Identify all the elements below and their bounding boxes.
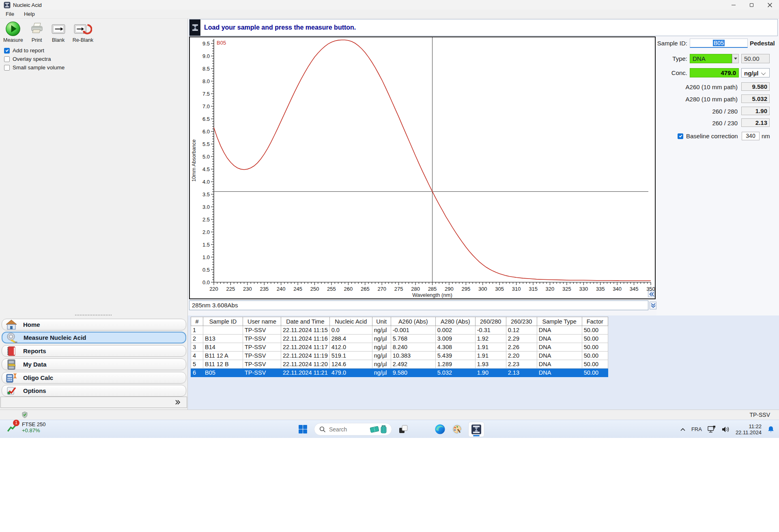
sidebar-item-home[interactable]: Home bbox=[2, 319, 186, 330]
pedestal-icon bbox=[189, 19, 200, 36]
column-header-8[interactable]: 260/280 bbox=[475, 317, 506, 326]
type-select-arrow[interactable] bbox=[732, 54, 739, 63]
column-header-9[interactable]: 260/230 bbox=[506, 317, 537, 326]
options-icon bbox=[5, 385, 17, 397]
sample-id-input[interactable]: B05 bbox=[690, 39, 748, 48]
paint-palette-icon bbox=[452, 424, 463, 435]
search-box[interactable] bbox=[314, 423, 392, 435]
maximize-button[interactable] bbox=[742, 0, 761, 10]
minimize-button[interactable] bbox=[724, 0, 742, 10]
svg-text:315: 315 bbox=[529, 286, 538, 292]
desktop: Nucleic Acid File Help Measure bbox=[0, 0, 779, 438]
shield-check-icon bbox=[21, 411, 28, 418]
tray-chevron-up-icon[interactable] bbox=[680, 427, 686, 432]
start-button[interactable] bbox=[297, 424, 308, 435]
blank-button[interactable]: Blank bbox=[49, 20, 68, 44]
taskbar-tray: FRA 11:22 22.11.2024 bbox=[680, 421, 775, 438]
print-button[interactable]: Print bbox=[28, 20, 46, 44]
column-header-5[interactable]: Unit bbox=[372, 317, 391, 326]
column-header-11[interactable]: Factor bbox=[582, 317, 608, 326]
overlay-spectra-option[interactable]: Overlay spectra bbox=[4, 56, 51, 62]
add-to-report-option[interactable]: Add to report bbox=[4, 47, 44, 54]
clock-date: 22.11.2024 bbox=[736, 429, 762, 435]
close-button[interactable] bbox=[761, 0, 779, 10]
double-chevron-right-icon bbox=[174, 399, 181, 405]
edge-browser-button[interactable] bbox=[434, 424, 445, 435]
spectrum-chart[interactable]: 2202252302352402452502552602652702752802… bbox=[190, 37, 655, 298]
svg-text:335: 335 bbox=[596, 286, 605, 292]
svg-text:300: 300 bbox=[478, 286, 487, 292]
column-header-4[interactable]: Nucleic Acid bbox=[329, 317, 372, 326]
panel-drag-handle[interactable] bbox=[75, 315, 112, 316]
table-row[interactable]: 1TP-SSV22.11.2024 11:150.0ng/µl-0.0010.0… bbox=[191, 326, 608, 335]
svg-text:3.5: 3.5 bbox=[202, 191, 210, 197]
overlay-spectra-checkbox[interactable] bbox=[4, 56, 10, 62]
type-select[interactable]: DNA bbox=[690, 54, 732, 63]
y-axis-label: 10mm Absorbance bbox=[191, 139, 197, 182]
window-title: Nucleic Acid bbox=[13, 2, 42, 8]
sidebar-item-options[interactable]: Options bbox=[2, 385, 186, 397]
svg-text:345: 345 bbox=[630, 286, 639, 292]
double-chevron-left-icon bbox=[649, 292, 654, 296]
svg-text:270: 270 bbox=[377, 286, 386, 292]
unit-select[interactable]: ng/µl bbox=[741, 68, 770, 77]
reblank-icon bbox=[73, 21, 92, 37]
svg-text:260: 260 bbox=[344, 286, 353, 292]
sidebar-item-oligo-calc[interactable]: Oligo Calc bbox=[2, 372, 186, 384]
svg-text:340: 340 bbox=[613, 286, 622, 292]
volume-icon[interactable] bbox=[721, 426, 730, 433]
column-header-6[interactable]: A260 (Abs) bbox=[391, 317, 435, 326]
widgets-button[interactable]: 1 FTSE 250 +0.87% bbox=[6, 421, 46, 433]
table-row[interactable]: 5B11 12 BTP-SSV22.11.2024 11:20124.6ng/µ… bbox=[191, 360, 608, 369]
baseline-correction-option[interactable]: Baseline correction bbox=[678, 133, 738, 139]
table-collapse-button[interactable] bbox=[650, 302, 656, 309]
search-icon bbox=[319, 426, 326, 433]
sidebar-item-my-data[interactable]: My Data bbox=[2, 358, 186, 370]
factor-field[interactable]: 50.00 bbox=[741, 54, 770, 63]
baseline-wavelength-input[interactable]: 340 bbox=[742, 132, 760, 140]
column-header-0[interactable]: # bbox=[191, 317, 203, 326]
reblank-button[interactable]: Re-Blank bbox=[71, 20, 95, 44]
notification-bell-icon[interactable] bbox=[767, 425, 775, 433]
taskbar: 1 FTSE 250 +0.87% bbox=[0, 420, 779, 438]
column-header-7[interactable]: A280 (Abs) bbox=[435, 317, 475, 326]
table-row[interactable]: 6B05TP-SSV22.11.2024 11:21479.0ng/µl9.58… bbox=[191, 369, 608, 377]
clock[interactable]: 11:22 22.11.2024 bbox=[736, 423, 762, 435]
svg-text:275: 275 bbox=[394, 286, 403, 292]
baseline-correction-checkbox[interactable] bbox=[678, 133, 683, 139]
chart-collapse-button[interactable] bbox=[648, 291, 655, 297]
crosshair-cursor[interactable] bbox=[214, 37, 648, 282]
network-icon[interactable] bbox=[707, 425, 716, 433]
measure-button[interactable]: Measure bbox=[2, 20, 25, 44]
menu-file[interactable]: File bbox=[6, 11, 14, 17]
add-to-report-checkbox[interactable] bbox=[4, 48, 10, 54]
sidebar-item-reports[interactable]: Reports bbox=[2, 345, 186, 357]
table-row[interactable]: 2B13TP-SSV22.11.2024 11:16288.4ng/µl5.76… bbox=[191, 335, 608, 343]
stock-name: FTSE 250 bbox=[22, 421, 46, 427]
column-header-10[interactable]: Sample Type bbox=[537, 317, 582, 326]
search-input[interactable] bbox=[329, 426, 366, 433]
nucleic-acid-app-button[interactable] bbox=[468, 422, 484, 437]
paint-app-button[interactable] bbox=[451, 424, 463, 435]
language-indicator[interactable]: FRA bbox=[691, 426, 702, 432]
column-header-1[interactable]: Sample ID bbox=[203, 317, 243, 326]
sidebar-collapse-bar[interactable] bbox=[0, 397, 187, 408]
edge-icon bbox=[435, 424, 445, 435]
conc-label: Conc. bbox=[656, 69, 687, 76]
sidebar-item-measure-nucleic-acid[interactable]: Measure Nucleic Acid bbox=[2, 332, 186, 343]
table-header-row: #Sample IDUser nameDate and TimeNucleic … bbox=[191, 317, 608, 326]
column-header-3[interactable]: Date and Time bbox=[281, 317, 330, 326]
table-row[interactable]: 3B14TP-SSV22.11.2024 11:17412.0ng/µl8.24… bbox=[191, 343, 608, 352]
menu-help[interactable]: Help bbox=[24, 11, 35, 17]
table-row[interactable]: 4B11 12 ATP-SSV22.11.2024 11:19519.1ng/µ… bbox=[191, 352, 608, 360]
ratio-260-280-label: 260 / 280 bbox=[656, 108, 738, 115]
series-label: B05 bbox=[217, 40, 226, 46]
svg-text:2.0: 2.0 bbox=[202, 229, 210, 235]
double-chevron-down-icon bbox=[651, 303, 656, 308]
small-sample-volume-checkbox[interactable] bbox=[4, 65, 10, 71]
clock-time: 11:22 bbox=[736, 423, 762, 429]
column-header-2[interactable]: User name bbox=[243, 317, 281, 326]
small-sample-volume-option[interactable]: Small sample volume bbox=[4, 64, 65, 71]
svg-text:310: 310 bbox=[512, 286, 521, 292]
snip-app-button[interactable] bbox=[398, 424, 409, 435]
